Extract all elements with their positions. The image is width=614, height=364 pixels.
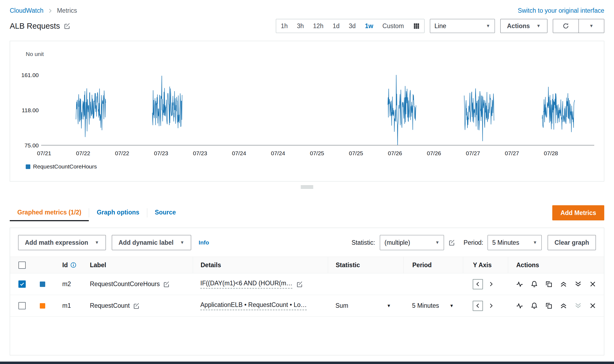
add-math-expression-button[interactable]: Add math expression ▼ (18, 235, 106, 250)
statistic-select[interactable]: (multiple) ▼ (380, 235, 444, 250)
actions-button[interactable]: Actions ▼ (500, 19, 547, 33)
caret-down-icon: ▼ (435, 240, 439, 245)
caret-down-icon: ▼ (387, 304, 391, 308)
move-up-icon[interactable] (560, 280, 567, 288)
graphed-metrics-table: Id Label Details Statistic Period Y Axis… (10, 257, 604, 317)
breadcrumb-chevron-icon (47, 8, 53, 14)
refresh-icon (562, 22, 569, 29)
svg-text:07/24: 07/24 (232, 150, 246, 156)
svg-text:07/26: 07/26 (427, 150, 441, 156)
move-down-icon[interactable] (574, 280, 582, 288)
table-row-m1: m1 RequestCount ApplicationELB • Request… (10, 295, 604, 317)
row-checkbox[interactable] (18, 302, 26, 309)
breadcrumb-cloudwatch-link[interactable]: CloudWatch (10, 7, 43, 14)
remove-metric-icon[interactable] (589, 280, 596, 288)
chart-controls: 1h3h12h1d3d1wCustom Line ▼ Actions ▼ ▼ (276, 19, 604, 33)
svg-text:07/27: 07/27 (466, 150, 480, 156)
statistic-value: (multiple) (384, 239, 410, 246)
svg-text:161.00: 161.00 (21, 72, 39, 78)
header-period: Period (403, 257, 463, 273)
refresh-split-button: ▼ (553, 19, 604, 33)
y-axis-left-button[interactable] (473, 301, 483, 311)
edit-title-icon[interactable] (64, 22, 71, 29)
metric-id: m1 (49, 302, 83, 309)
metric-color-swatch (40, 282, 45, 287)
move-down-icon[interactable] (574, 302, 582, 309)
caret-down-icon: ▼ (589, 24, 594, 28)
info-link[interactable]: Info (199, 239, 209, 246)
caret-down-icon: ▼ (486, 24, 490, 28)
y-axis-right-button[interactable] (486, 301, 496, 311)
legend-label: RequestCountCoreHours (33, 163, 97, 170)
caret-down-icon: ▼ (95, 240, 99, 245)
view-metric-icon[interactable] (516, 280, 523, 288)
remove-metric-icon[interactable] (589, 302, 596, 309)
y-axis-unit-label: No unit (26, 51, 596, 57)
chevron-right-icon (488, 281, 494, 287)
create-alarm-icon[interactable] (531, 302, 538, 309)
duplicate-icon[interactable] (545, 280, 553, 288)
info-icon[interactable] (70, 262, 77, 268)
edit-label-icon[interactable] (163, 281, 170, 288)
y-axis-left-button[interactable] (473, 279, 483, 289)
chevron-left-icon (475, 281, 481, 287)
svg-text:07/23: 07/23 (154, 150, 168, 156)
edit-statistic-icon[interactable] (448, 239, 455, 246)
calendar-icon (413, 22, 420, 29)
clear-graph-button[interactable]: Clear graph (548, 235, 596, 250)
view-metric-icon[interactable] (516, 302, 523, 309)
svg-text:07/26: 07/26 (388, 150, 402, 156)
metrics-toolbar: Add math expression ▼ Add dynamic label … (10, 228, 604, 250)
page-title: ALB Requests (10, 22, 60, 31)
chart-type-value: Line (435, 22, 446, 30)
time-range-1d[interactable]: 1d (328, 19, 344, 33)
chart-legend-item[interactable]: RequestCountCoreHours (26, 163, 596, 170)
statistic-dropdown[interactable]: Sum ▼ (328, 302, 403, 309)
header-yaxis: Y Axis (463, 257, 508, 273)
metric-details[interactable]: IF((DAY(m1)<6 AND (HOUR(m… (200, 280, 292, 289)
header-statistic: Statistic (328, 257, 403, 273)
refresh-button[interactable] (553, 19, 579, 33)
period-label: Period: (463, 239, 483, 246)
time-range-1w[interactable]: 1w (360, 19, 378, 33)
panel-resize-handle[interactable] (301, 186, 313, 188)
duplicate-icon[interactable] (545, 302, 553, 309)
custom-calendar-button[interactable] (409, 19, 424, 33)
tab-graphed-metrics[interactable]: Graphed metrics (1/2) (10, 204, 89, 221)
metric-label: RequestCountCoreHours (90, 280, 160, 288)
graphed-metrics-panel: Add math expression ▼ Add dynamic label … (10, 228, 604, 355)
time-range-custom[interactable]: Custom (378, 19, 409, 33)
switch-interface-link[interactable]: Switch to your original interface (518, 7, 604, 14)
tab-graph-options[interactable]: Graph options (89, 204, 147, 221)
svg-text:07/22: 07/22 (115, 150, 129, 156)
metric-details[interactable]: ApplicationELB • RequestCount • Lo… (200, 301, 307, 310)
breadcrumb: CloudWatch Metrics Switch to your origin… (0, 0, 614, 14)
move-up-icon[interactable] (560, 302, 567, 309)
edit-label-icon[interactable] (133, 302, 140, 309)
chevron-left-icon (475, 303, 481, 309)
time-range-3h[interactable]: 3h (292, 19, 309, 33)
svg-text:118.00: 118.00 (22, 107, 39, 113)
time-range-1h[interactable]: 1h (276, 19, 292, 33)
time-range-12h[interactable]: 12h (308, 19, 328, 33)
period-dropdown[interactable]: 5 Minutes ▼ (403, 302, 463, 309)
create-alarm-icon[interactable] (531, 280, 538, 288)
actions-label: Actions (507, 22, 530, 30)
chart-type-select[interactable]: Line ▼ (430, 19, 495, 33)
svg-text:07/21: 07/21 (37, 150, 51, 156)
row-checkbox[interactable] (18, 280, 26, 288)
add-metrics-button[interactable]: Add Metrics (552, 205, 604, 220)
time-range-3d[interactable]: 3d (344, 19, 360, 33)
y-axis-right-button[interactable] (486, 279, 496, 289)
statistic-label: Statistic: (351, 239, 375, 246)
tab-source[interactable]: Source (147, 204, 184, 221)
period-select[interactable]: 5 Minutes ▼ (488, 235, 542, 250)
svg-text:07/25: 07/25 (349, 150, 363, 156)
edit-details-icon[interactable] (296, 281, 303, 288)
add-dynamic-label-button[interactable]: Add dynamic label ▼ (112, 235, 191, 250)
metrics-line-chart[interactable]: 161.00118.0075.0007/2107/2207/2207/2307/… (18, 60, 596, 163)
select-all-checkbox[interactable] (18, 262, 26, 269)
refresh-options-button[interactable]: ▼ (579, 19, 604, 33)
time-range-selector: 1h3h12h1d3d1wCustom (276, 19, 424, 33)
svg-text:07/22: 07/22 (76, 150, 90, 156)
